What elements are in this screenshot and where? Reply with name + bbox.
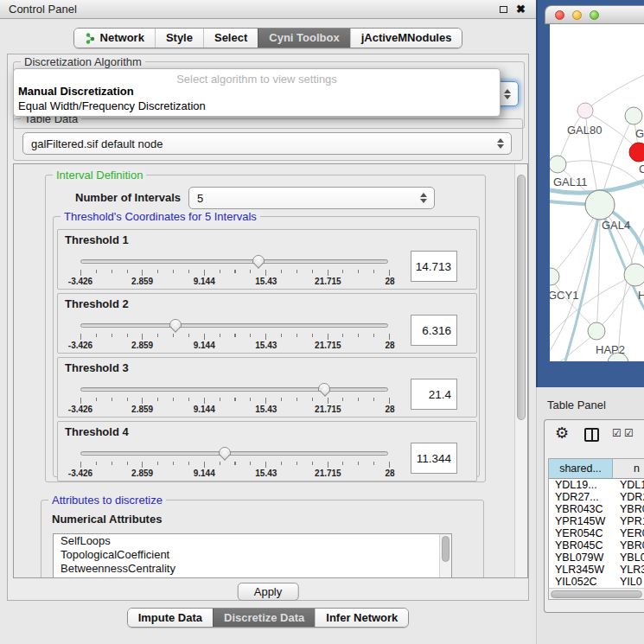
mac-close-button[interactable] — [555, 10, 564, 20]
list-scrollbar[interactable] — [439, 534, 451, 577]
table-row[interactable]: YLR345WYLR3 — [549, 564, 644, 576]
numerical-attributes-label: Numerical Attributes — [52, 513, 162, 526]
node-label: H — [638, 289, 644, 302]
settings-scrollpane: Interval Definition Number of Intervals … — [13, 163, 528, 578]
split-columns-icon[interactable] — [584, 428, 599, 442]
panel-title: Control Panel — [9, 3, 77, 16]
list-item[interactable]: TopologicalCoefficient — [54, 548, 451, 562]
tab-jactivemnodules[interactable]: jActiveMNodules — [350, 29, 462, 48]
threshold-4-slider[interactable] — [79, 446, 390, 460]
tab-select[interactable]: Select — [203, 29, 258, 48]
node-label: GAL11 — [553, 175, 588, 188]
threshold-3-slider[interactable] — [79, 382, 390, 396]
table-row[interactable]: YIL052CYIL0 — [549, 576, 644, 588]
popup-item-manual-discretization[interactable]: Manual Discretization — [14, 84, 500, 99]
mac-minimize-button[interactable] — [572, 10, 582, 20]
list-item[interactable]: SelfLoops — [54, 534, 451, 548]
threshold-1-label: Threshold 1 — [65, 233, 129, 246]
tab-infer-network[interactable]: Infer Network — [315, 609, 408, 627]
tick-labels: -3.4262.859 9.14415.43 21.71528 — [80, 469, 390, 479]
mac-zoom-button[interactable] — [590, 10, 599, 20]
threshold-3-value-field[interactable] — [411, 379, 457, 410]
number-of-intervals-label: Number of Intervals — [75, 191, 181, 204]
node-table: shared... n YDL19...YDL1 YDR27...YDR2 YB… — [548, 458, 644, 600]
top-tab-bar: Network Style Select Cyni Toolbox jActiv… — [0, 28, 536, 48]
network-icon — [85, 33, 96, 44]
table-row[interactable]: YER054CYER0 — [549, 527, 644, 539]
tick-labels: -3.4262.859 9.14415.43 21.71528 — [80, 405, 390, 415]
thresholds-group-label: Threshold's Coordinates for 5 Intervals — [61, 210, 260, 223]
table-header-row: shared... n — [549, 459, 644, 479]
table-horizontal-scrollbar[interactable] — [549, 588, 644, 599]
algorithm-dropdown-popup: Select algorithm to view settings Manual… — [13, 68, 501, 117]
interval-definition-label: Interval Definition — [53, 169, 146, 182]
float-window-icon[interactable] — [500, 6, 507, 13]
table-toolbar: ⚙ ☑ ☑ — [545, 420, 644, 450]
apply-button[interactable]: Apply — [238, 583, 299, 601]
threshold-2-value-field[interactable] — [411, 315, 457, 346]
table-row[interactable]: YBL079WYBL0 — [549, 552, 644, 564]
settings-vertical-scrollbar[interactable] — [514, 164, 527, 577]
threshold-2-label: Threshold 2 — [65, 297, 129, 310]
table-data-group: Table Data galFiltered.sif default node — [13, 118, 523, 161]
thresholds-group: Threshold's Coordinates for 5 Intervals … — [53, 216, 480, 477]
tab-discretize-data[interactable]: Discretize Data — [213, 609, 315, 627]
network-window-titlebar — [545, 5, 644, 24]
table-row[interactable]: YPR145WYPR1 — [549, 515, 644, 527]
column-header-name[interactable]: n — [613, 459, 644, 478]
slider-track[interactable] — [80, 451, 388, 456]
right-side: GAL80 GA GAL11 GAL4 GCY1 H HAP2 C Table … — [536, 0, 644, 644]
slider-track[interactable] — [80, 259, 388, 264]
list-item[interactable]: BetweennessCentrality — [54, 562, 451, 576]
checkbox-icon[interactable]: ☑ — [612, 427, 622, 439]
table-row[interactable]: YBR043CYBR0 — [549, 503, 644, 515]
threshold-1-box: Threshold 1 -3.4262.859 9.14415.43 21.71… — [57, 229, 477, 290]
combo-arrows-icon — [496, 138, 504, 149]
attributes-group-label: Attributes to discretize — [48, 494, 166, 507]
scrollbar-thumb[interactable] — [551, 590, 642, 598]
attributes-group: Attributes to discretize Numerical Attri… — [41, 500, 484, 578]
table-row[interactable]: YBR045CYBR0 — [549, 539, 644, 552]
threshold-1-slider[interactable] — [79, 254, 390, 268]
tab-impute-data[interactable]: Impute Data — [128, 609, 213, 627]
tick-labels: -3.4262.859 9.14415.43 21.71528 — [80, 277, 390, 287]
checkbox-icon[interactable]: ☑ — [624, 427, 634, 439]
slider-track[interactable] — [80, 387, 388, 392]
threshold-3-box: Threshold 3 -3.4262.859 9.14415.43 21.71… — [57, 357, 477, 418]
spinner-arrows-icon — [419, 193, 427, 203]
scrollbar-thumb[interactable] — [517, 175, 526, 420]
threshold-3-slider-handle[interactable] — [318, 383, 330, 392]
tab-style[interactable]: Style — [155, 29, 203, 48]
network-window-frame: GAL80 GA GAL11 GAL4 GCY1 H HAP2 C — [536, 0, 644, 387]
table-data-combobox[interactable]: galFiltered.sif default node — [22, 132, 512, 155]
table-row[interactable]: YDR27...YDR2 — [549, 491, 644, 503]
tick-labels: -3.4262.859 9.14415.43 21.71528 — [80, 341, 390, 351]
threshold-4-slider-handle[interactable] — [219, 447, 231, 456]
threshold-4-box: Threshold 4 -3.4262.859 9.14415.43 21.71… — [57, 421, 477, 481]
column-header-shared-name[interactable]: shared... — [549, 459, 613, 478]
slider-track[interactable] — [80, 323, 388, 328]
threshold-1-value-field[interactable] — [411, 251, 457, 282]
bottom-tab-bar: Impute Data Discretize Data Infer Networ… — [0, 608, 536, 628]
threshold-2-slider-handle[interactable] — [169, 319, 182, 328]
control-panel-titlebar: Control Panel ✖ — [0, 0, 536, 19]
threshold-2-box: Threshold 2 -3.4262.859 9.14415.43 21.71… — [57, 293, 477, 354]
threshold-2-slider[interactable] — [79, 318, 390, 332]
threshold-3-label: Threshold 3 — [65, 361, 129, 374]
gear-icon[interactable]: ⚙ — [555, 424, 569, 443]
number-of-intervals-spinner[interactable]: 5 — [188, 187, 435, 209]
popup-placeholder-item[interactable]: Select algorithm to view settings — [14, 69, 500, 84]
node-label: GA — [635, 127, 644, 140]
threshold-1-slider-handle[interactable] — [252, 255, 265, 264]
numerical-attributes-list: SelfLoops TopologicalCoefficient Between… — [53, 533, 452, 578]
tab-cyni-toolbox[interactable]: Cyni Toolbox — [258, 29, 349, 48]
threshold-4-value-field[interactable] — [411, 443, 457, 474]
tab-network[interactable]: Network — [74, 29, 155, 48]
network-canvas[interactable]: GAL80 GA GAL11 GAL4 GCY1 H HAP2 C — [550, 24, 644, 361]
popup-item-equal-width[interactable]: Equal Width/Frequency Discretization — [14, 99, 500, 113]
control-panel: Control Panel ✖ Network Style Select Cyn… — [0, 0, 536, 644]
close-icon[interactable]: ✖ — [516, 3, 526, 16]
table-row[interactable]: YDL19...YDL1 — [549, 479, 644, 491]
node-label: GCY1 — [550, 289, 578, 302]
table-panel-title: Table Panel — [547, 399, 606, 411]
